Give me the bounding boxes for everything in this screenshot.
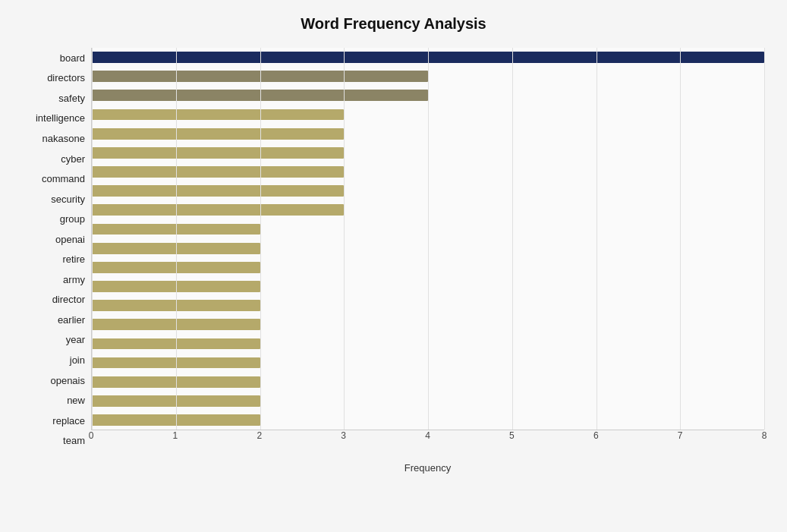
- x-tick-3: 3: [341, 430, 346, 441]
- bar-row-command: [92, 162, 764, 181]
- y-label-openai: openai: [55, 235, 85, 244]
- bar-new: [92, 376, 260, 388]
- bar-row-intelligence: [92, 105, 764, 124]
- bar-row-earlier: [92, 296, 764, 315]
- y-label-directors: directors: [47, 73, 85, 83]
- x-tick-2: 2: [257, 430, 262, 441]
- bar-row-director: [92, 277, 764, 296]
- y-label-cyber: cyber: [61, 154, 85, 164]
- y-label-openais: openais: [50, 376, 85, 386]
- bar-row-replace: [92, 392, 764, 411]
- x-tick-1: 1: [173, 430, 178, 441]
- x-axis-label: Frequency: [91, 447, 764, 474]
- bar-row-team: [92, 411, 764, 430]
- bar-cyber: [92, 147, 344, 159]
- bar-team: [92, 414, 260, 426]
- x-tick-7: 7: [678, 430, 683, 441]
- x-tick-4: 4: [425, 430, 430, 441]
- bar-row-retire: [92, 239, 764, 258]
- y-label-safety: safety: [58, 93, 85, 103]
- bar-year: [92, 319, 260, 330]
- bar-openai: [92, 224, 260, 235]
- bar-row-new: [92, 373, 764, 392]
- y-label-nakasone: nakasone: [42, 134, 85, 143]
- y-label-director: director: [52, 294, 85, 304]
- y-label-security: security: [51, 194, 85, 204]
- bar-row-openais: [92, 354, 764, 373]
- bar-director: [92, 281, 260, 292]
- y-label-replace: replace: [52, 416, 85, 426]
- plot-area: 012345678 Frequency: [91, 48, 764, 474]
- y-label-board: board: [60, 53, 85, 63]
- bar-army: [92, 262, 260, 273]
- bar-row-army: [92, 258, 764, 277]
- chart-container: Word Frequency Analysis boarddirectorssa…: [0, 0, 787, 532]
- y-label-earlier: earlier: [58, 315, 85, 325]
- x-axis: 012345678: [91, 430, 764, 445]
- bar-nakasone: [92, 128, 344, 140]
- bar-intelligence: [92, 109, 344, 121]
- bar-retire: [92, 243, 260, 254]
- y-label-new: new: [67, 395, 85, 405]
- bars-wrapper: [91, 48, 764, 430]
- bar-row-safety: [92, 86, 764, 105]
- y-label-year: year: [66, 335, 85, 345]
- bar-openais: [92, 357, 260, 369]
- y-label-team: team: [63, 436, 85, 445]
- grid-line-8: [764, 48, 765, 430]
- y-label-group: group: [60, 214, 85, 224]
- x-tick-8: 8: [762, 430, 767, 441]
- bar-join: [92, 338, 260, 350]
- chart-title: Word Frequency Analysis: [23, 15, 764, 33]
- y-label-command: command: [42, 174, 85, 184]
- bar-board: [92, 52, 764, 63]
- bar-group: [92, 204, 344, 216]
- bar-row-board: [92, 48, 764, 67]
- bar-security: [92, 185, 344, 197]
- bar-row-security: [92, 181, 764, 200]
- bar-command: [92, 166, 344, 178]
- y-axis-labels: boarddirectorssafetyintelligencenakasone…: [23, 48, 91, 474]
- bar-directors: [92, 71, 428, 82]
- y-label-retire: retire: [62, 254, 85, 264]
- bar-row-cyber: [92, 143, 764, 162]
- bar-replace: [92, 395, 260, 407]
- y-label-join: join: [70, 355, 85, 365]
- x-tick-5: 5: [509, 430, 515, 441]
- y-label-intelligence: intelligence: [36, 113, 85, 123]
- x-tick-6: 6: [593, 430, 599, 441]
- bar-row-openai: [92, 219, 764, 238]
- bar-row-group: [92, 200, 764, 219]
- bar-earlier: [92, 300, 260, 311]
- x-tick-0: 0: [89, 430, 94, 441]
- bar-safety: [92, 90, 428, 101]
- bar-row-year: [92, 315, 764, 334]
- bar-row-nakasone: [92, 124, 764, 143]
- chart-area: boarddirectorssafetyintelligencenakasone…: [23, 48, 764, 474]
- bar-row-directors: [92, 67, 764, 86]
- bar-row-join: [92, 334, 764, 353]
- y-label-army: army: [63, 275, 85, 285]
